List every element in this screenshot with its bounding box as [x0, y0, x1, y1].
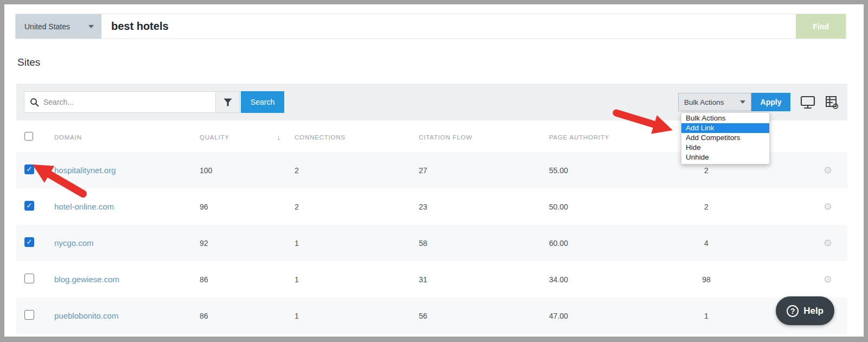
column-settings-button[interactable]: ⚙: [825, 95, 840, 109]
search-button[interactable]: Search: [241, 91, 284, 113]
bulk-actions-select[interactable]: Bulk Actions: [678, 93, 751, 111]
page-title: Sites: [17, 56, 40, 68]
connections-value: 2: [295, 202, 419, 211]
row-settings-gear-icon[interactable]: ⚙: [824, 165, 832, 176]
sort-descending-icon[interactable]: ↓: [277, 133, 295, 142]
page-authority-value: 55.00: [549, 166, 658, 175]
column-header-domain[interactable]: DOMAIN: [54, 134, 200, 141]
domain-link[interactable]: hospitalitynet.org: [54, 166, 116, 175]
links-count-value: 4: [658, 239, 755, 248]
links-count-value: 98: [658, 275, 755, 284]
domain-link[interactable]: nycgo.com: [54, 238, 94, 248]
column-header-citation-flow[interactable]: CITATION FLOW: [419, 134, 549, 141]
citation-flow-value: 31: [419, 275, 549, 284]
row-settings-gear-icon[interactable]: ⚙: [824, 238, 832, 249]
apply-button[interactable]: Apply: [751, 93, 790, 111]
svg-text:⚙: ⚙: [832, 102, 839, 109]
table-search-input[interactable]: [43, 98, 210, 106]
domain-link[interactable]: hotel-online.com: [54, 202, 114, 211]
column-header-page-authority[interactable]: PAGE AUTHORITY: [549, 134, 658, 141]
column-header-connections[interactable]: CONNECTIONS: [295, 134, 419, 141]
page-authority-value: 60.00: [549, 239, 658, 248]
page-authority-value: 47.00: [549, 312, 658, 320]
connections-value: 1: [295, 312, 419, 320]
row-checkbox[interactable]: [24, 310, 34, 320]
row-checkbox[interactable]: [24, 274, 34, 283]
keyword-input[interactable]: [101, 14, 796, 39]
connections-value: 2: [295, 166, 419, 175]
top-search-bar: United States Find: [15, 14, 846, 39]
table-row: pueblobonito.com 86 1 56 47.00 1 ⚙: [16, 297, 847, 334]
citation-flow-value: 58: [419, 239, 549, 248]
country-selector-value: United States: [24, 22, 70, 31]
find-button[interactable]: Find: [796, 14, 846, 39]
quality-value: 86: [200, 275, 277, 284]
dropdown-option-unhide[interactable]: Unhide: [681, 153, 769, 162]
filter-funnel-icon: [224, 98, 232, 106]
quality-value: 86: [200, 312, 277, 320]
table-settings-icon: ⚙: [825, 95, 840, 109]
table-body: hospitalitynet.org 100 2 27 55.00 2 ⚙ ho…: [16, 152, 847, 334]
quality-value: 100: [200, 166, 277, 175]
page-authority-value: 50.00: [549, 202, 658, 211]
domain-link[interactable]: blog.gewiese.com: [54, 275, 119, 284]
monitor-icon: [800, 96, 815, 109]
chevron-down-icon: [740, 100, 745, 104]
row-settings-gear-icon[interactable]: ⚙: [824, 274, 832, 285]
quality-value: 96: [200, 202, 277, 211]
links-count-value: 2: [658, 202, 755, 211]
dropdown-option-bulk-actions[interactable]: Bulk Actions: [681, 113, 769, 123]
table-search-box: [24, 91, 240, 113]
domain-link[interactable]: pueblobonito.com: [54, 311, 118, 320]
table-search-input-wrap: [24, 92, 215, 112]
connections-value: 1: [295, 275, 419, 284]
help-button[interactable]: ? Help: [776, 296, 834, 325]
help-button-label: Help: [803, 306, 824, 316]
row-checkbox[interactable]: [24, 237, 34, 247]
connections-value: 1: [295, 239, 419, 248]
table-row: blog.gewiese.com 86 1 31 34.00 98 ⚙: [16, 261, 847, 297]
page-authority-value: 34.00: [549, 275, 658, 284]
search-icon: [30, 98, 39, 107]
country-selector[interactable]: United States: [16, 14, 101, 39]
filter-button[interactable]: [215, 92, 239, 112]
select-all-checkbox[interactable]: [24, 132, 33, 141]
citation-flow-value: 27: [419, 166, 549, 175]
citation-flow-value: 56: [419, 312, 549, 320]
column-header-quality[interactable]: QUALITY: [200, 134, 277, 141]
row-checkbox[interactable]: [24, 201, 34, 211]
citation-flow-value: 23: [419, 202, 549, 211]
bulk-actions-value: Bulk Actions: [684, 98, 724, 106]
dropdown-option-add-link[interactable]: Add Link: [681, 123, 769, 133]
row-settings-gear-icon[interactable]: ⚙: [824, 201, 832, 212]
row-checkbox[interactable]: [24, 164, 34, 174]
quality-value: 92: [200, 239, 277, 248]
dropdown-option-hide[interactable]: Hide: [681, 143, 769, 153]
table-row: nycgo.com 92 1 58 60.00 4 ⚙: [16, 225, 847, 261]
screenshot-frame: United States Find Sites Search: [0, 0, 868, 342]
toolbar-right-group: Bulk Actions Apply ⚙: [678, 93, 840, 111]
app-page: United States Find Sites Search: [4, 4, 864, 337]
links-count-value: 2: [658, 166, 755, 175]
dropdown-option-add-competitors[interactable]: Add Competitors: [681, 133, 769, 143]
monitor-view-button[interactable]: [800, 96, 815, 109]
links-count-value: 1: [658, 312, 755, 320]
question-circle-icon: ?: [787, 305, 799, 317]
table-row: hotel-online.com 96 2 23 50.00 2 ⚙: [16, 188, 847, 225]
chevron-down-icon: [88, 25, 94, 28]
bulk-actions-dropdown: Bulk Actions Add Link Add Competitors Hi…: [681, 112, 770, 164]
